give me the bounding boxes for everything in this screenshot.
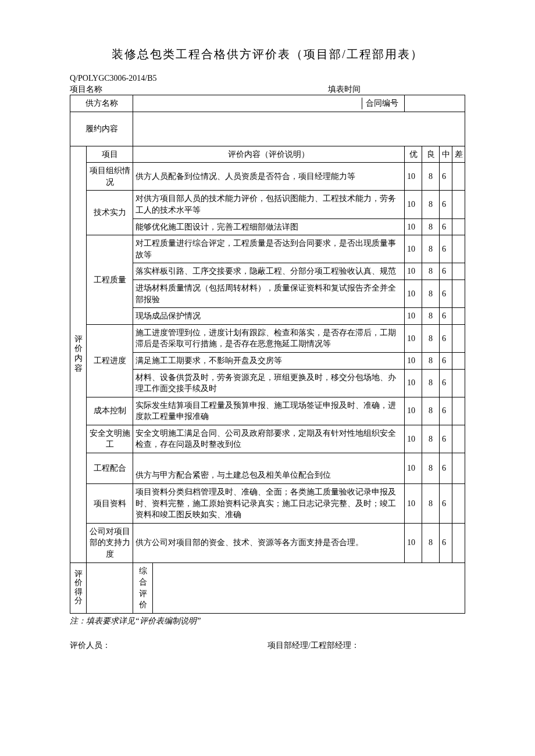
score-a[interactable]: 10 [405,308,422,325]
score-d[interactable] [452,191,465,218]
score-c[interactable]: 6 [440,324,452,352]
score-b[interactable]: 8 [422,280,440,307]
col-good: 良 [422,146,440,163]
manager-label: 项目部经理/工程部经理： [268,640,465,651]
score-d[interactable] [452,369,465,397]
doc-code: Q/POLYGC3006-2014/B5 [70,74,465,83]
score-a[interactable]: 10 [405,453,422,484]
score-b[interactable]: 8 [422,523,440,562]
score-b[interactable]: 8 [422,425,440,453]
score-a[interactable]: 10 [405,484,422,524]
score-c[interactable]: 6 [440,191,452,218]
score-b[interactable]: 8 [422,163,440,191]
score-a[interactable]: 10 [405,369,422,397]
content-cell: 落实样板引路、工序交接要求，隐蔽工程、分部分项工程验收认真、规范 [133,263,405,280]
score-c[interactable]: 6 [440,263,452,280]
score-b[interactable]: 8 [422,324,440,352]
score-b[interactable]: 8 [422,218,440,235]
score-d[interactable] [452,218,465,235]
score-d[interactable] [452,453,465,484]
score-b[interactable]: 8 [422,191,440,218]
score-a[interactable]: 10 [405,352,422,369]
score-c[interactable]: 6 [440,235,452,263]
content-cell: 对供方项目部人员的技术能力评价，包括识图能力、工程技术能力，劳务工人的技术水平等 [133,191,405,218]
content-cell: 能够优化施工图设计，完善工程细部做法详图 [133,218,405,235]
footnote: 注：填表要求详见“评价表编制说明” [70,616,465,626]
score-c[interactable]: 6 [440,308,452,325]
score-c[interactable]: 6 [440,425,452,453]
score-d[interactable] [452,523,465,562]
table-row: 项目组织情况 供方人员配备到位情况、人员资质是否符合，项目经理能力等 10 8 … [70,163,465,191]
contract-no-label: 合同编号 [362,98,402,109]
item-cell: 安全文明施工 [87,425,133,453]
score-c[interactable]: 6 [440,484,452,524]
col-poor: 差 [452,146,465,163]
content-cell: 施工进度管理到位，进度计划有跟踪、检查和落实，是否存在滞后，工期滞后是否采取可行… [133,324,405,352]
score-a[interactable]: 10 [405,425,422,453]
fill-time-label: 填表时间 [328,84,361,95]
col-mid: 中 [440,146,452,163]
score-a[interactable]: 10 [405,191,422,218]
item-cell: 项目资料 [87,484,133,524]
score-b[interactable]: 8 [422,397,440,425]
score-d[interactable] [452,425,465,453]
project-name-label: 项目名称 [70,84,102,95]
comprehensive-value[interactable] [153,562,465,613]
score-c[interactable]: 6 [440,352,452,369]
score-b[interactable]: 8 [422,235,440,263]
score-c[interactable]: 6 [440,397,452,425]
score-c[interactable]: 6 [440,218,452,235]
supplier-name-label: 供方名称 [70,95,133,112]
content-cell: 安全文明施工满足合同、公司及政府部要求，定期及有针对性地组织安全检查，存在问题及… [133,425,405,453]
score-a[interactable]: 10 [405,397,422,425]
content-cell: 材料、设备供货及时，劳务资源充足，班组更换及时，移交分包场地、办理工作面交接手续… [133,369,405,397]
score-b[interactable]: 8 [422,263,440,280]
score-c[interactable]: 6 [440,523,452,562]
table-row: 工程进度 施工进度管理到位，进度计划有跟踪、检查和落实，是否存在滞后，工期滞后是… [70,324,465,352]
meta-row: 项目名称 填表时间 [70,84,465,95]
score-d[interactable] [452,235,465,263]
content-cell: 现场成品保护情况 [133,308,405,325]
table-row: 成本控制 实际发生结算项目工程量及预算申报、施工现场签证申报及时、准确，进度款工… [70,397,465,425]
content-cell: 供方公司对项目部的资金、技术、资源等各方面支持是否合理。 [133,523,405,562]
score-c[interactable]: 6 [440,453,452,484]
score-b[interactable]: 8 [422,352,440,369]
score-b[interactable]: 8 [422,453,440,484]
content-cell: 项目资料分类归档管理及时、准确、全面；各类施工质量验收记录申报及时、资料完整，施… [133,484,405,524]
contract-no-value[interactable] [405,95,465,112]
score-a[interactable]: 10 [405,263,422,280]
supplier-name-value[interactable]: 合同编号 [133,95,405,112]
score-c[interactable]: 6 [440,369,452,397]
score-c[interactable]: 6 [440,163,452,191]
performance-row: 履约内容 [70,112,465,146]
score-a[interactable]: 10 [405,235,422,263]
score-a[interactable]: 10 [405,163,422,191]
score-d[interactable] [452,324,465,352]
score-d[interactable] [452,308,465,325]
table-row: 安全文明施工 安全文明施工满足合同、公司及政府部要求，定期及有针对性地组织安全检… [70,425,465,453]
score-b[interactable]: 8 [422,369,440,397]
performance-value[interactable] [133,112,465,146]
score-b[interactable]: 8 [422,308,440,325]
score-d[interactable] [452,263,465,280]
table-row: 工程质量 对工程质量进行综合评定，工程质量是否达到合同要求，是否出现质量事故等 … [70,235,465,263]
score-d[interactable] [452,484,465,524]
item-cell: 工程进度 [87,324,133,397]
score-a[interactable]: 10 [405,280,422,307]
score-d[interactable] [452,163,465,191]
score-a[interactable]: 10 [405,324,422,352]
score-a[interactable]: 10 [405,523,422,562]
header-supplier-row: 供方名称 合同编号 [70,95,465,112]
score-value[interactable] [87,562,133,613]
content-cell: 供方与甲方配合紧密，与土建总包及相关单位配合到位 [133,453,405,484]
score-b[interactable]: 8 [422,484,440,524]
item-cell: 工程配合 [87,453,133,484]
score-a[interactable]: 10 [405,218,422,235]
score-d[interactable] [452,397,465,425]
score-d[interactable] [452,352,465,369]
score-d[interactable] [452,280,465,307]
col-excellent: 优 [405,146,422,163]
signature-row: 评价人员： 项目部经理/工程部经理： [70,640,465,651]
table-row: 技术实力 对供方项目部人员的技术能力评价，包括识图能力、工程技术能力，劳务工人的… [70,191,465,218]
score-c[interactable]: 6 [440,280,452,307]
